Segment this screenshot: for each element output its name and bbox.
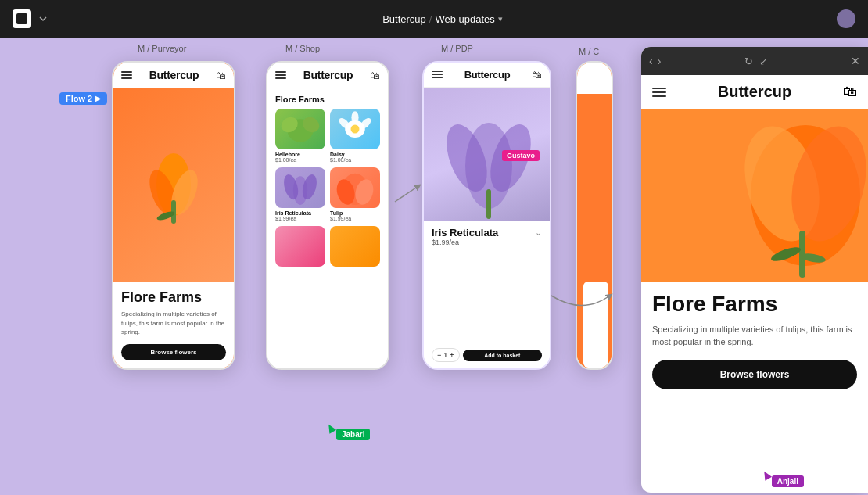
product-5 xyxy=(275,226,325,269)
overlay-hamburger-icon[interactable] xyxy=(652,88,666,97)
phone3-brand: Buttercup xyxy=(464,69,511,81)
phone1-bag-icon[interactable]: 🛍 xyxy=(216,70,226,81)
play-icon: ▶ xyxy=(95,95,101,102)
topbar-left xyxy=(13,9,48,28)
overlay-phone-nav: Buttercup 🛍 xyxy=(641,75,868,109)
phone2-bag-icon[interactable]: 🛍 xyxy=(370,70,380,81)
file-name: Web updates xyxy=(435,13,494,25)
daisy-price: $1.00/ea xyxy=(330,157,380,163)
product-6 xyxy=(330,226,380,269)
phone1-farm-title: Flore Farms xyxy=(121,290,226,306)
orange-flower-image xyxy=(330,226,380,267)
refresh-icon[interactable]: ↻ xyxy=(744,56,753,67)
phone2-nav: Buttercup 🛍 xyxy=(267,63,388,88)
user-avatar[interactable] xyxy=(837,9,855,28)
file-chevron[interactable]: ▾ xyxy=(498,14,503,24)
overlay-hero xyxy=(641,109,868,282)
phone4-image xyxy=(577,63,613,370)
tulip-price: $1.99/ea xyxy=(330,216,380,221)
nav-back-icon[interactable]: ‹ xyxy=(649,55,653,67)
close-icon[interactable]: ✕ xyxy=(851,55,860,67)
overlay-hero-image xyxy=(641,109,868,282)
anjali-cursor-arrow xyxy=(761,469,772,481)
flow-badge[interactable]: Flow 2 ▶ xyxy=(59,92,107,105)
separator: / xyxy=(429,13,432,25)
pdp-actions: − 1 + Add to basket xyxy=(432,348,542,362)
app-logo[interactable] xyxy=(13,9,31,28)
frame-label-purveyor: M / Purveyor xyxy=(138,44,186,53)
project-name: Buttercup xyxy=(382,13,426,25)
svg-point-10 xyxy=(351,111,358,124)
topbar-right xyxy=(837,9,855,28)
phone4-inner xyxy=(577,63,612,368)
product-hellebore[interactable]: Hellebore $1.00/ea xyxy=(275,109,325,163)
phone2-hamburger-icon[interactable] xyxy=(275,71,286,79)
phone2-brand: Buttercup xyxy=(303,69,353,81)
phone1-farm-desc: Specializing in multiple varieties of tu… xyxy=(121,310,226,336)
product-iris[interactable]: Iris Reticulata $1.99/ea xyxy=(275,167,325,221)
frame-pdp: Buttercup 🛍 Gustavo Iris Reticulata xyxy=(422,61,551,370)
overlay-browse-button[interactable]: Browse flowers xyxy=(652,360,857,389)
frame-label-pdp: M / PDP xyxy=(441,44,473,53)
daisy-name: Daisy xyxy=(330,152,380,157)
frame-shop: Buttercup 🛍 Flore Farms Hellebore $1.00/… xyxy=(266,61,389,370)
phone1-brand: Buttercup xyxy=(149,69,199,81)
gustavo-name-tag: Gustavo xyxy=(502,150,540,161)
overlay-controls: ↻ ⤢ xyxy=(744,56,768,67)
pdp-chevron-icon[interactable]: ⌄ xyxy=(535,228,542,238)
overlay-farm-desc: Specializing in multiple varieties of tu… xyxy=(652,323,857,349)
canvas: M / Purveyor M / Shop M / PDP M / C Flow… xyxy=(0,38,868,495)
logo-chevron-icon xyxy=(38,13,48,24)
svg-rect-22 xyxy=(486,189,491,219)
overlay-panel: ‹ › ↻ ⤢ ✕ Buttercup 🛍 xyxy=(641,47,868,493)
overlay-content: Flore Farms Specializing in multiple var… xyxy=(641,282,868,400)
external-link-icon[interactable]: ⤢ xyxy=(759,56,768,67)
pdp-content: Iris Reticulata ⌄ $1.99/ea − 1 + Add to … xyxy=(424,221,550,368)
iris-name: Iris Reticulata xyxy=(275,210,325,216)
phone3-nav: Buttercup 🛍 xyxy=(424,63,550,88)
frame-c-partial xyxy=(576,61,613,370)
tulip-image xyxy=(330,167,380,208)
shop-title: Flore Farms xyxy=(275,95,380,104)
anjali-name-tag: Anjali xyxy=(772,475,804,487)
iris-price: $1.99/ea xyxy=(275,216,325,221)
phone3-bag-icon[interactable]: 🛍 xyxy=(532,69,542,81)
product-grid: Hellebore $1.00/ea Daisy $1.00/ea Iris R… xyxy=(267,109,388,269)
hellebore-image xyxy=(275,109,325,149)
jabari-name-tag: Jabari xyxy=(336,429,370,440)
topbar: Buttercup / Web updates ▾ xyxy=(0,0,868,38)
tulip-hero-image xyxy=(142,142,205,228)
daisy-image xyxy=(330,109,380,149)
frame-purveyor: Buttercup 🛍 Flore Farms Specializing in … xyxy=(112,61,235,370)
pdp-product-name: Iris Reticulata xyxy=(432,227,498,239)
overlay-farm-title: Flore Farms xyxy=(652,292,857,317)
nav-forward-icon[interactable]: › xyxy=(658,55,662,67)
product-tulip[interactable]: Tulip $1.99/ea xyxy=(330,167,380,221)
phone1-content: Flore Farms Specializing in multiple var… xyxy=(113,282,234,368)
hellebore-price: $1.00/ea xyxy=(275,157,325,163)
anjali-cursor: Anjali xyxy=(762,469,804,487)
svg-point-9 xyxy=(351,125,360,134)
qty-plus[interactable]: + xyxy=(450,351,454,359)
phone1-hero xyxy=(113,88,234,282)
overlay-bag-icon[interactable]: 🛍 xyxy=(843,84,857,100)
overlay-brand: Buttercup xyxy=(718,83,791,101)
hellebore-name: Hellebore xyxy=(275,152,325,157)
phone3-hamburger-icon[interactable] xyxy=(432,71,443,79)
quantity-control[interactable]: − 1 + xyxy=(432,348,460,362)
iris-image xyxy=(275,167,325,208)
overlay-nav-buttons: ‹ › xyxy=(649,55,661,67)
frame-label-shop: M / Shop xyxy=(285,44,320,53)
jabari-cursor: Jabari xyxy=(327,422,370,440)
flow-badge-label: Flow 2 xyxy=(66,94,92,103)
add-to-basket-button[interactable]: Add to basket xyxy=(463,350,542,361)
pdp-price: $1.99/ea xyxy=(432,239,542,246)
phone1-nav: Buttercup 🛍 xyxy=(113,63,234,88)
phone1-cta-button[interactable]: Browse flowers xyxy=(121,344,226,360)
product-daisy[interactable]: Daisy $1.00/ea xyxy=(330,109,380,163)
hamburger-icon[interactable] xyxy=(121,71,132,79)
qty-value: 1 xyxy=(443,351,447,359)
tulip-name: Tulip xyxy=(330,210,380,216)
pdp-hero: Gustavo xyxy=(424,88,550,221)
qty-minus[interactable]: − xyxy=(437,351,441,359)
